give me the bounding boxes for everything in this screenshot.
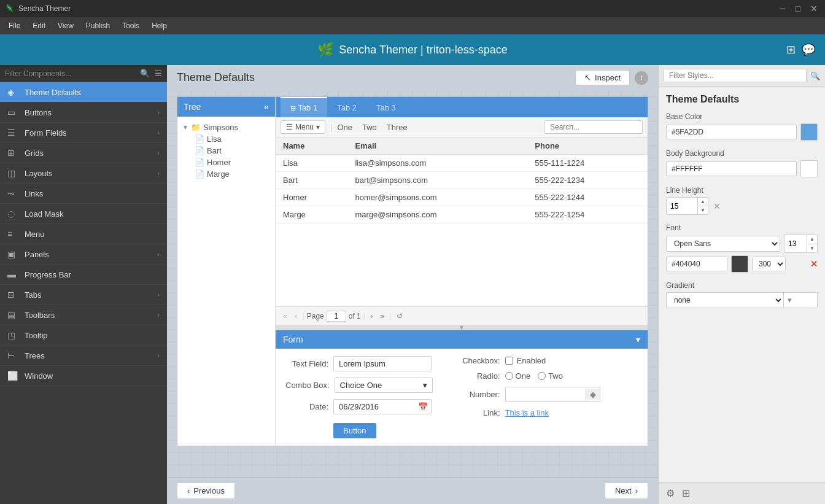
info-button[interactable]: i — [635, 71, 648, 85]
font-color-swatch[interactable] — [731, 255, 748, 273]
menu-tools[interactable]: Tools — [117, 20, 144, 31]
table-row[interactable]: Bart bart@simpsons.com 555-222-1234 — [276, 172, 648, 189]
tree-group-label[interactable]: ▼ 📁 Simpsons — [182, 123, 270, 132]
combo-select[interactable]: Choice One ▾ — [335, 378, 433, 393]
tree-child-item[interactable]: 📄 Lisa — [182, 133, 270, 145]
sidebar-item-progress-bar[interactable]: ▬ Progress Bar — [0, 265, 167, 285]
next-button[interactable]: Next › — [605, 483, 648, 499]
number-spinner-icon[interactable]: ◆ — [586, 389, 600, 400]
menu-icon[interactable]: ☰ — [155, 69, 162, 78]
sidebar-item-window[interactable]: ⬜ Window — [0, 366, 167, 386]
menu-file[interactable]: File — [4, 20, 25, 31]
menu-publish[interactable]: Publish — [81, 20, 115, 31]
sidebar-item-tabs[interactable]: ⊟ Tabs › — [0, 285, 167, 305]
sidebar-item-theme-defaults[interactable]: ◈ Theme Defaults — [0, 82, 167, 103]
radio-one-input[interactable] — [505, 372, 513, 380]
styles-filter-input[interactable] — [664, 69, 807, 82]
sidebar-item-panels[interactable]: ▣ Panels › — [0, 244, 167, 265]
refresh-icon[interactable]: ↺ — [397, 312, 403, 320]
tree-collapse-icon[interactable]: « — [264, 102, 269, 112]
grid-view-icon[interactable]: ⊞ — [786, 43, 796, 56]
tree-child-item[interactable]: 📄 Bart — [182, 145, 270, 157]
minimize-button[interactable]: ─ — [777, 4, 788, 14]
previous-button[interactable]: ‹ Previous — [177, 483, 235, 499]
toolbar-item-two[interactable]: Two — [362, 123, 377, 132]
tree-child-item[interactable]: 📄 Marge — [182, 168, 270, 180]
chat-icon[interactable]: 💬 — [802, 43, 815, 56]
gradient-select[interactable]: none — [667, 293, 783, 308]
text-field-input[interactable] — [333, 356, 432, 371]
search-icon[interactable]: 🔍 — [140, 69, 150, 78]
sidebar-item-links[interactable]: ⊸ Links — [0, 184, 167, 204]
menu-help[interactable]: Help — [147, 20, 172, 31]
sidebar-item-buttons[interactable]: ▭ Buttons › — [0, 103, 167, 123]
font-weight-select[interactable]: 300 — [752, 257, 786, 271]
toolbar-search-input[interactable] — [544, 120, 643, 134]
font-size-down[interactable]: ▼ — [807, 244, 817, 252]
font-color-input[interactable] — [666, 257, 727, 271]
file-icon: 📄 — [195, 134, 204, 144]
panel-resize-handle[interactable]: ▼ — [276, 325, 648, 330]
sidebar-item-form-fields[interactable]: ☰ Form Fields › — [0, 123, 167, 143]
maximize-button[interactable]: □ — [793, 4, 803, 14]
link-label: Link: — [457, 408, 500, 417]
gradient-dropdown-icon[interactable]: ▾ — [783, 293, 796, 307]
previous-label: Previous — [193, 486, 225, 495]
tab-2[interactable]: Tab 2 — [327, 97, 366, 117]
body-bg-swatch[interactable] — [800, 160, 818, 177]
toolbar-item-three[interactable]: Three — [387, 123, 408, 132]
form-button[interactable]: Button — [333, 423, 376, 438]
menu-edit[interactable]: Edit — [28, 20, 50, 31]
pager-prev-button[interactable]: ‹ — [292, 310, 300, 322]
sidebar-item-layouts[interactable]: ◫ Layouts › — [0, 163, 167, 184]
sidebar-item-trees[interactable]: ⊢ Trees › — [0, 346, 167, 366]
remove-font-button[interactable]: ✕ — [810, 259, 818, 269]
table-row[interactable]: Homer homer@simpsons.com 555-222-1244 — [276, 189, 648, 206]
radio-option-two[interactable]: Two — [538, 371, 563, 381]
number-input[interactable] — [506, 387, 586, 401]
sidebar-item-menu[interactable]: ≡ Menu — [0, 224, 167, 244]
form-collapse-icon[interactable]: ▾ — [636, 335, 640, 344]
page-input[interactable] — [327, 311, 346, 322]
base-color-input[interactable] — [666, 125, 797, 139]
sidebar-item-toolbars[interactable]: ▤ Toolbars › — [0, 305, 167, 325]
pager-first-button[interactable]: « — [281, 310, 290, 322]
sidebar-item-grids[interactable]: ⊞ Grids › — [0, 143, 167, 163]
menu-view[interactable]: View — [53, 20, 79, 31]
menu-button[interactable]: ☰ Menu ▾ — [281, 120, 325, 134]
clear-line-height-button[interactable]: ✕ — [713, 201, 721, 211]
base-color-swatch[interactable] — [800, 123, 818, 141]
calendar-icon[interactable]: 📅 — [418, 402, 428, 411]
sidebar-item-tooltip[interactable]: ◳ Tooltip — [0, 325, 167, 346]
line-height-input-row: ▲ ▼ ✕ — [666, 197, 818, 215]
link-element[interactable]: This is a link — [505, 408, 549, 417]
checkbox-input[interactable] — [505, 357, 513, 365]
sidebar-item-load-mask[interactable]: ◌ Load Mask — [0, 204, 167, 224]
font-family-select[interactable]: Open Sans — [666, 236, 780, 252]
search-icon[interactable]: 🔍 — [810, 71, 820, 80]
spinner-up-button[interactable]: ▲ — [698, 198, 708, 206]
radio-two-input[interactable] — [538, 372, 546, 380]
table-row[interactable]: Marge marge@simpsons.com 555-222-1254 — [276, 206, 648, 223]
grid-icon[interactable]: ⊞ — [682, 487, 690, 499]
toolbar-item-one[interactable]: One — [337, 123, 352, 132]
tab-3[interactable]: Tab 3 — [366, 97, 406, 117]
font-size-up[interactable]: ▲ — [807, 235, 817, 244]
radio-option-one[interactable]: One — [505, 371, 531, 381]
pager-next-button[interactable]: › — [368, 310, 375, 322]
table-row[interactable]: Lisa lisa@simpsons.com 555-111-1224 — [276, 155, 648, 172]
date-input[interactable] — [333, 399, 432, 414]
form-title: Form — [283, 335, 303, 344]
font-size-input[interactable] — [784, 237, 807, 250]
line-height-input[interactable] — [667, 200, 697, 213]
pager-last-button[interactable]: » — [378, 310, 387, 322]
tab-1[interactable]: ⊞ Tab 1 — [281, 97, 327, 117]
body-bg-input[interactable] — [666, 161, 797, 176]
close-button[interactable]: ✕ — [808, 4, 820, 14]
spinner-down-button[interactable]: ▼ — [698, 206, 708, 214]
tree-child-label: Homer — [207, 158, 231, 167]
inspect-button[interactable]: ↖ Inspect — [575, 70, 630, 85]
sidebar-filter-input[interactable] — [5, 69, 136, 78]
tree-child-item[interactable]: 📄 Homer — [182, 157, 270, 168]
sliders-icon[interactable]: ⚙ — [666, 487, 675, 499]
